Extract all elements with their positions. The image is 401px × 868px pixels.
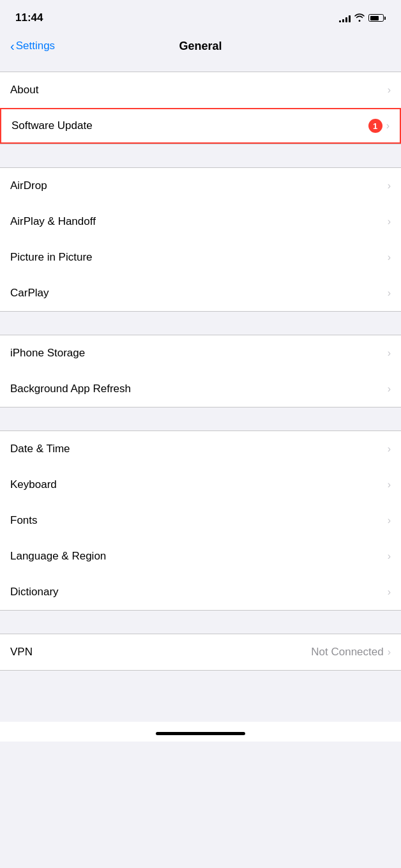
home-indicator-area <box>0 722 401 742</box>
about-label: About <box>10 84 38 96</box>
row-date-time[interactable]: Date & Time › <box>0 431 401 467</box>
settings-group-4: Date & Time › Keyboard › Fonts › Languag… <box>0 430 401 611</box>
row-fonts[interactable]: Fonts › <box>0 503 401 538</box>
software-update-badge: 1 <box>368 119 382 133</box>
row-keyboard[interactable]: Keyboard › <box>0 467 401 503</box>
row-iphone-storage[interactable]: iPhone Storage › <box>0 335 401 371</box>
section-gap-5 <box>0 611 401 634</box>
vpn-chevron: › <box>388 646 391 658</box>
software-update-label: Software Update <box>11 119 93 132</box>
settings-group-5: VPN Not Connected › <box>0 634 401 671</box>
section-gap-4 <box>0 407 401 430</box>
bottom-space <box>0 671 401 722</box>
background-app-refresh-label: Background App Refresh <box>10 383 131 395</box>
row-software-update[interactable]: Software Update 1 › <box>0 108 401 144</box>
back-chevron-icon: ‹ <box>10 40 15 52</box>
wifi-icon <box>354 13 365 24</box>
iphone-storage-label: iPhone Storage <box>10 347 85 360</box>
settings-group-2: AirDrop › AirPlay & Handoff › Picture in… <box>0 167 401 312</box>
airdrop-chevron: › <box>388 180 391 192</box>
section-gap-3 <box>0 312 401 335</box>
row-vpn[interactable]: VPN Not Connected › <box>0 634 401 670</box>
row-picture-in-picture[interactable]: Picture in Picture › <box>0 240 401 275</box>
row-carplay[interactable]: CarPlay › <box>0 275 401 311</box>
row-about[interactable]: About › <box>0 72 401 108</box>
back-button[interactable]: ‹ Settings <box>10 40 55 52</box>
airplay-handoff-label: AirPlay & Handoff <box>10 215 96 228</box>
nav-bar: ‹ Settings General <box>0 32 401 65</box>
status-bar: 11:44 <box>0 0 401 32</box>
row-dictionary[interactable]: Dictionary › <box>0 574 401 610</box>
row-airdrop[interactable]: AirDrop › <box>0 168 401 204</box>
date-time-chevron: › <box>388 443 391 455</box>
iphone-storage-chevron: › <box>388 347 391 359</box>
background-app-refresh-chevron: › <box>388 383 391 395</box>
battery-icon <box>368 14 386 22</box>
carplay-chevron: › <box>388 287 391 299</box>
picture-in-picture-chevron: › <box>388 252 391 263</box>
airplay-handoff-chevron: › <box>388 216 391 227</box>
software-update-chevron: › <box>386 120 390 132</box>
airdrop-label: AirDrop <box>10 179 47 192</box>
time-display: 11:44 <box>15 11 43 24</box>
vpn-value: Not Connected <box>311 646 383 659</box>
fonts-label: Fonts <box>10 514 38 527</box>
row-airplay-handoff[interactable]: AirPlay & Handoff › <box>0 204 401 240</box>
row-background-app-refresh[interactable]: Background App Refresh › <box>0 371 401 407</box>
about-chevron: › <box>388 84 391 96</box>
settings-group-1: About › Software Update 1 › <box>0 72 401 144</box>
picture-in-picture-label: Picture in Picture <box>10 251 93 264</box>
page-title: General <box>179 40 222 53</box>
section-gap-top <box>0 65 401 72</box>
back-label: Settings <box>16 40 55 52</box>
dictionary-chevron: › <box>388 586 391 598</box>
home-bar <box>156 732 245 735</box>
status-icons <box>339 13 386 24</box>
vpn-label: VPN <box>10 646 33 659</box>
signal-icon <box>339 13 351 22</box>
keyboard-label: Keyboard <box>10 478 57 491</box>
fonts-chevron: › <box>388 515 391 526</box>
language-region-chevron: › <box>388 551 391 562</box>
carplay-label: CarPlay <box>10 287 49 300</box>
row-language-region[interactable]: Language & Region › <box>0 538 401 574</box>
keyboard-chevron: › <box>388 479 391 491</box>
language-region-label: Language & Region <box>10 550 106 563</box>
section-gap-2 <box>0 144 401 167</box>
dictionary-label: Dictionary <box>10 586 59 598</box>
settings-group-3: iPhone Storage › Background App Refresh … <box>0 335 401 407</box>
date-time-label: Date & Time <box>10 443 70 455</box>
